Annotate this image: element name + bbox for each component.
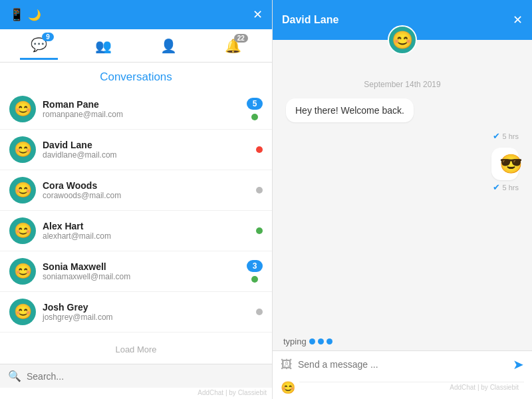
conversation-name: David Lane [43,140,249,150]
send-button[interactable]: ➤ [513,356,524,372]
message-time: 5 hrs [503,132,519,140]
conversation-item[interactable]: 😊 Roman Pane romanpane@mail.com 5 [0,89,272,130]
conversation-info: Roman Pane romanpane@mail.com [43,99,240,119]
typing-dot-1 [309,338,315,344]
emoji-bubble: 😎 [491,148,519,180]
conversation-info: David Lane davidlane@mail.com [43,140,249,160]
notify-tab-icon: 🔔 22 [225,38,241,54]
message-meta-emoji: ✔ 5 hrs [493,182,519,192]
conversation-name: Alex Hart [43,221,249,231]
app-container: 📱 🌙 ✕ 💬 9 👥 👤 🔔 22 [0,0,532,399]
chat-contact-name: David Lane [282,14,506,26]
conversation-list: 😊 Roman Pane romanpane@mail.com 5 😊 Davi… [0,89,272,335]
message-input-bar: 🖼 ➤ [273,350,532,378]
search-bar: 🔍 [0,364,272,388]
left-close-button[interactable]: ✕ [253,9,263,21]
conversation-right: 3 [247,260,263,283]
conversation-name: Sonia Maxwell [43,261,240,272]
check-icon-emoji: ✔ [493,182,500,192]
conversations-badge: 9 [42,33,54,41]
typing-indicator: typing [273,332,532,350]
status-dot [256,227,263,234]
status-dot [251,114,258,120]
conversation-info: Cora Woods corawoods@mail.com [43,180,249,200]
tab-notify[interactable]: 🔔 22 [214,33,252,59]
typing-dot-2 [318,338,324,344]
right-close-button[interactable]: ✕ [513,13,523,27]
conversation-item[interactable]: 😊 Alex Hart alexhart@mail.com [0,211,272,251]
search-input[interactable] [27,371,264,382]
message-bubble: Hey there! Welcome back. [286,98,414,122]
notify-badge: 22 [234,34,248,43]
conversations-tab-icon: 💬 9 [31,37,47,53]
conversation-item[interactable]: 😊 Cora Woods corawoods@mail.com [0,170,272,211]
conversation-item[interactable]: 😊 Sonia Maxwell soniamaxwell@mail.com 3 [0,251,272,292]
message-group-emoji: 😎 ✔ 5 hrs [479,148,519,192]
tabs-bar: 💬 9 👥 👤 🔔 22 [0,29,272,63]
conversation-right [256,187,263,194]
user-tab-icon: 👤 [160,38,177,54]
conversation-info: Sonia Maxwell soniamaxwell@mail.com [43,261,240,281]
typing-dot-3 [327,338,332,344]
message-row: Hey there! Welcome back. [286,98,519,122]
conversation-item[interactable]: 😊 Josh Grey joshgrey@mail.com [0,292,272,332]
conversation-email: romanpane@mail.com [43,110,240,119]
right-panel: David Lane 😊 ✕ September 14th 2019 Hey t… [273,0,532,399]
message-group-outgoing: ✔ 5 hrs [493,129,519,141]
conversation-right [256,309,263,315]
conversation-email: corawoods@mail.com [43,191,249,200]
status-dot [256,309,263,315]
date-divider: September 14th 2019 [286,80,519,89]
message-count-badge: 5 [247,98,263,110]
conversation-info: Josh Grey joshgrey@mail.com [43,302,249,322]
message-input[interactable] [298,359,507,370]
tab-user[interactable]: 👤 [150,33,188,59]
typing-label: typing [283,336,307,346]
conversation-right: 5 [247,98,263,120]
conversation-email: alexhart@mail.com [43,231,249,241]
conversation-email: joshgrey@mail.com [43,313,249,322]
message-row-emoji: 😎 ✔ 5 hrs [286,148,519,192]
tab-group[interactable]: 👥 [84,33,122,59]
emoji-picker-icon[interactable]: 😊 [281,380,295,395]
status-dot [251,276,258,283]
conversation-name: Roman Pane [43,99,240,110]
left-header: 📱 🌙 ✕ [0,0,272,29]
check-icon: ✔ [493,131,500,141]
conversation-right [256,227,263,234]
group-tab-icon: 👥 [95,38,112,54]
tab-conversations[interactable]: 💬 9 [20,31,58,60]
avatar: 😊 [9,136,36,163]
phone-icon: 📱 [9,7,24,22]
moon-icon: 🌙 [28,9,41,21]
avatar: 😊 [9,96,36,122]
conversation-name: Josh Grey [43,302,249,313]
chat-area: September 14th 2019 Hey there! Welcome b… [273,40,532,332]
conversation-email: davidlane@mail.com [43,150,249,160]
status-dot [256,146,263,153]
right-header: David Lane 😊 ✕ [273,0,532,40]
message-time-emoji: 5 hrs [503,184,519,192]
left-panel: 📱 🌙 ✕ 💬 9 👥 👤 🔔 22 [0,0,273,399]
conversation-right [256,146,263,153]
conversation-info: Alex Hart alexhart@mail.com [43,221,249,241]
conversation-email: soniamaxwell@mail.com [43,272,240,281]
load-more-button[interactable]: Load More [0,335,272,364]
left-footer-brand: AddChat | by Classiebit [0,388,272,399]
message-count-badge: 3 [247,260,263,272]
conversations-title: Conversations [0,63,272,89]
avatar: 😊 [9,217,36,244]
right-avatar: 😊 [388,25,417,55]
avatar: 😊 [9,299,36,325]
left-header-icons: 📱 🌙 [9,7,41,22]
message-meta: ✔ 5 hrs [493,131,519,141]
conversation-item[interactable]: 😊 David Lane davidlane@mail.com [0,130,272,170]
conversation-name: Cora Woods [43,180,249,191]
search-icon: 🔍 [8,370,21,382]
right-footer-brand: AddChat | by Classiebit [299,382,524,394]
emoji-row: 😊 AddChat | by Classiebit [273,378,532,399]
status-dot [256,187,263,194]
message-row: ✔ 5 hrs [286,129,519,141]
image-icon[interactable]: 🖼 [281,358,293,372]
avatar: 😊 [9,177,36,203]
